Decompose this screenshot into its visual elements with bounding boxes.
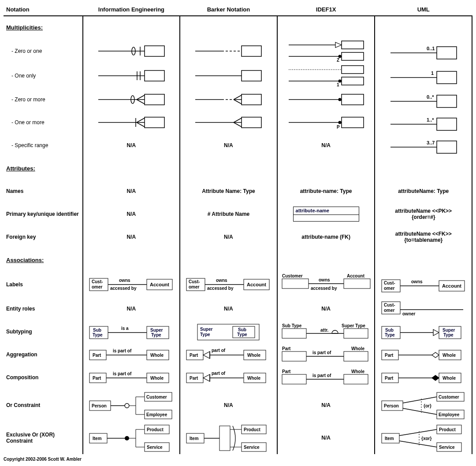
svg-text:is part of: is part of xyxy=(113,371,132,376)
uml-zero-more-icon: 0..* xyxy=(386,91,461,108)
row-labels: Labels Cust- omer owns accessed by Accou… xyxy=(4,271,472,297)
ie-agg-icon: Part is part of Whole xyxy=(87,346,175,363)
row-aggregation: Aggregation Part is part of Whole Part xyxy=(4,343,472,366)
svg-rect-48 xyxy=(437,95,457,107)
svg-rect-45 xyxy=(342,94,364,105)
svg-text:Part: Part xyxy=(190,353,198,358)
svg-text:1: 1 xyxy=(431,70,434,76)
svg-text:Customer: Customer xyxy=(439,395,459,399)
svg-text:Cust-: Cust- xyxy=(92,279,103,284)
uml-roles-icon: Cust- omer owner xyxy=(379,299,468,319)
notation-comparison-table: Notation Information Engineering Barker … xyxy=(4,4,472,454)
svg-text:Z: Z xyxy=(337,58,339,63)
svg-text:{xor}: {xor} xyxy=(421,436,431,441)
svg-rect-3 xyxy=(145,46,164,56)
svg-line-199 xyxy=(403,397,437,403)
svg-rect-62 xyxy=(342,117,364,128)
svg-rect-58 xyxy=(242,117,261,128)
row-attr-pk: Primary key/unique identifier N/A # Attr… xyxy=(4,203,472,226)
uml-specific-range-icon: 3..7 xyxy=(386,137,461,154)
svg-text:Employee: Employee xyxy=(439,412,460,417)
svg-rect-42 xyxy=(242,94,261,105)
barker-zero-one-icon xyxy=(191,42,266,60)
barker-labels-icon: Cust- omer owns accessed by Account xyxy=(184,272,272,296)
svg-rect-91 xyxy=(344,279,370,288)
svg-text:is part of: is part of xyxy=(312,373,331,378)
section-multiplicities: Multiplicities: xyxy=(4,16,83,39)
col-ie: Information Engineering xyxy=(83,4,180,16)
uml-one-only-icon: 1 xyxy=(386,67,461,85)
row-attr-fk: Foreign key N/A N/A attribute-name (FK) … xyxy=(4,226,472,248)
idef-subtype-icon: Sub Type attr. Super Type xyxy=(280,322,372,342)
svg-line-51 xyxy=(137,118,145,122)
svg-marker-8 xyxy=(335,42,342,48)
svg-text:accessed by: accessed by xyxy=(311,286,337,291)
svg-text:is part of: is part of xyxy=(113,348,132,353)
svg-marker-156 xyxy=(432,352,439,358)
svg-line-57 xyxy=(234,122,242,127)
ie-xor-icon: Item Product Service xyxy=(87,422,175,453)
uml-xor-icon: Item {xor} Product Service xyxy=(379,422,468,453)
svg-text:Type: Type xyxy=(443,333,454,337)
row-one-or-more: - One or more xyxy=(4,111,472,134)
svg-text:Sub Type: Sub Type xyxy=(282,323,302,328)
svg-text:owns: owns xyxy=(319,277,330,282)
svg-text:Super: Super xyxy=(150,328,163,333)
row-or: Or Constraint Person Customer Employee xyxy=(4,389,472,422)
svg-text:Part: Part xyxy=(93,376,101,381)
svg-text:Account: Account xyxy=(150,282,169,287)
barker-xor-icon: Item Product Service xyxy=(184,422,272,453)
idef-one-only-icon: 1 xyxy=(284,64,368,87)
svg-text:Item: Item xyxy=(385,436,394,441)
svg-text:Sub: Sub xyxy=(93,328,101,333)
svg-rect-36 xyxy=(145,94,164,105)
svg-text:Product: Product xyxy=(439,427,456,432)
svg-text:Product: Product xyxy=(147,427,164,432)
svg-text:Whole: Whole xyxy=(150,353,164,358)
svg-text:Whole: Whole xyxy=(351,369,364,374)
svg-text:Whole: Whole xyxy=(247,353,260,358)
row-roles: Entity roles N/A N/A N/A Cust- omer owne… xyxy=(4,297,472,320)
uml-subtype-icon: Sub Type Super Type xyxy=(379,322,468,342)
svg-line-200 xyxy=(403,408,437,414)
svg-line-52 xyxy=(137,122,145,127)
svg-text:Whole: Whole xyxy=(150,376,164,381)
svg-rect-174 xyxy=(282,374,306,384)
svg-text:0..1: 0..1 xyxy=(427,46,435,51)
svg-text:Type: Type xyxy=(237,332,247,337)
svg-text:Service: Service xyxy=(147,445,163,450)
row-one-only: - One only xyxy=(4,63,472,88)
svg-text:1..*: 1..* xyxy=(427,117,434,122)
col-notation: Notation xyxy=(4,4,83,16)
svg-text:Service: Service xyxy=(439,445,455,450)
idef-zero-one-icon: Z xyxy=(284,40,368,63)
svg-text:Employee: Employee xyxy=(146,412,167,417)
ie-comp-icon: Part is part of Whole xyxy=(87,369,175,386)
ie-subtype-icon: Sub Type is a Super Type xyxy=(87,322,175,342)
svg-rect-86 xyxy=(282,279,309,288)
svg-point-60 xyxy=(338,121,341,124)
svg-text:{or}: {or} xyxy=(424,403,431,408)
svg-rect-20 xyxy=(145,70,164,81)
svg-rect-16 xyxy=(437,47,457,59)
svg-rect-6 xyxy=(242,46,261,56)
svg-text:Type: Type xyxy=(93,333,103,337)
svg-point-188 xyxy=(125,403,129,408)
svg-text:Customer: Customer xyxy=(282,274,303,278)
svg-rect-119 xyxy=(282,329,306,338)
col-idef: IDEF1X xyxy=(277,4,375,16)
svg-line-232 xyxy=(399,441,437,447)
svg-rect-178 xyxy=(344,374,368,384)
svg-text:Sub: Sub xyxy=(238,327,246,332)
svg-text:accessed by: accessed by xyxy=(207,286,234,291)
idef-pk-box: attribute-name xyxy=(293,207,359,222)
svg-text:Part: Part xyxy=(93,353,101,358)
ie-or-icon: Person Customer Employee xyxy=(87,390,175,421)
svg-rect-24 xyxy=(342,66,364,74)
copyright-text: Copyright 2002-2006 Scott W. Ambler xyxy=(4,457,472,462)
svg-text:owns: owns xyxy=(216,278,227,283)
row-composition: Composition Part is part of Whole Part xyxy=(4,366,472,389)
svg-rect-68 xyxy=(437,141,457,153)
svg-text:Part: Part xyxy=(282,346,291,351)
svg-text:Cust-: Cust- xyxy=(384,303,395,307)
